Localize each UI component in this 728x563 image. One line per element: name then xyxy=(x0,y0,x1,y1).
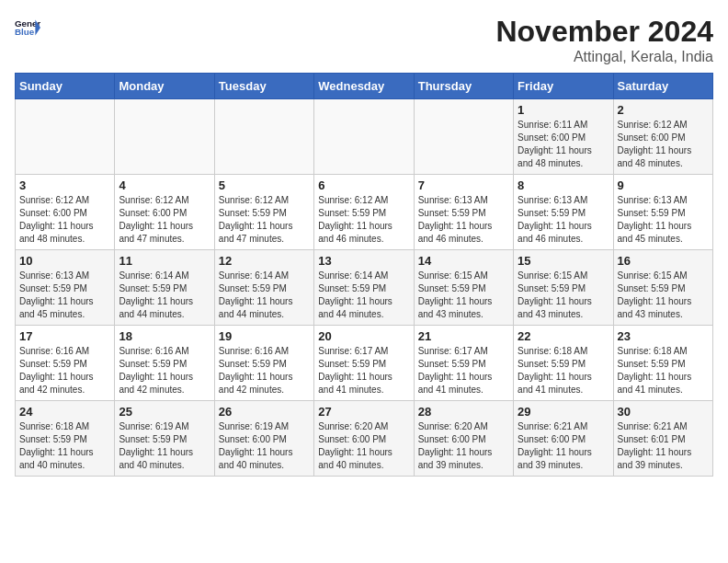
day-info: Sunrise: 6:12 AM Sunset: 6:00 PM Dayligh… xyxy=(19,194,110,246)
calendar-cell xyxy=(16,99,115,175)
day-info: Sunrise: 6:12 AM Sunset: 5:59 PM Dayligh… xyxy=(219,194,310,246)
day-number: 7 xyxy=(418,178,509,192)
calendar-cell: 2Sunrise: 6:12 AM Sunset: 6:00 PM Daylig… xyxy=(613,99,712,175)
day-number: 23 xyxy=(618,329,709,343)
calendar-cell: 27Sunrise: 6:20 AM Sunset: 6:00 PM Dayli… xyxy=(314,401,414,477)
calendar-cell: 12Sunrise: 6:14 AM Sunset: 5:59 PM Dayli… xyxy=(214,250,313,326)
day-number: 29 xyxy=(518,405,609,419)
calendar-week-row: 24Sunrise: 6:18 AM Sunset: 5:59 PM Dayli… xyxy=(16,401,713,477)
day-info: Sunrise: 6:13 AM Sunset: 5:59 PM Dayligh… xyxy=(618,194,709,246)
day-number: 24 xyxy=(19,405,110,419)
calendar-cell: 20Sunrise: 6:17 AM Sunset: 5:59 PM Dayli… xyxy=(314,326,414,401)
calendar-cell xyxy=(414,99,513,175)
day-number: 25 xyxy=(119,405,210,419)
logo: General Blue xyxy=(15,15,40,40)
weekday-header: Friday xyxy=(514,74,613,99)
day-info: Sunrise: 6:21 AM Sunset: 6:01 PM Dayligh… xyxy=(618,420,709,472)
day-info: Sunrise: 6:15 AM Sunset: 5:59 PM Dayligh… xyxy=(418,270,509,321)
day-number: 27 xyxy=(318,405,409,419)
svg-text:Blue: Blue xyxy=(15,27,35,37)
day-number: 28 xyxy=(418,405,509,419)
calendar-cell: 3Sunrise: 6:12 AM Sunset: 6:00 PM Daylig… xyxy=(16,175,115,250)
day-info: Sunrise: 6:17 AM Sunset: 5:59 PM Dayligh… xyxy=(418,345,509,396)
calendar-cell: 7Sunrise: 6:13 AM Sunset: 5:59 PM Daylig… xyxy=(414,175,513,250)
day-info: Sunrise: 6:12 AM Sunset: 6:00 PM Dayligh… xyxy=(119,194,210,246)
calendar-cell: 13Sunrise: 6:14 AM Sunset: 5:59 PM Dayli… xyxy=(314,250,414,326)
day-info: Sunrise: 6:16 AM Sunset: 5:59 PM Dayligh… xyxy=(219,345,310,396)
day-number: 21 xyxy=(418,329,509,343)
day-info: Sunrise: 6:19 AM Sunset: 6:00 PM Dayligh… xyxy=(219,420,310,472)
day-number: 19 xyxy=(219,329,310,343)
day-info: Sunrise: 6:20 AM Sunset: 6:00 PM Dayligh… xyxy=(318,420,409,472)
day-number: 8 xyxy=(518,178,609,192)
calendar-cell: 15Sunrise: 6:15 AM Sunset: 5:59 PM Dayli… xyxy=(514,250,613,326)
day-info: Sunrise: 6:11 AM Sunset: 6:00 PM Dayligh… xyxy=(518,119,609,170)
calendar-cell: 1Sunrise: 6:11 AM Sunset: 6:00 PM Daylig… xyxy=(514,99,613,175)
day-number: 10 xyxy=(19,254,110,268)
weekday-header: Sunday xyxy=(16,74,115,99)
calendar-cell: 10Sunrise: 6:13 AM Sunset: 5:59 PM Dayli… xyxy=(16,250,115,326)
calendar-week-row: 3Sunrise: 6:12 AM Sunset: 6:00 PM Daylig… xyxy=(16,175,713,250)
calendar-cell: 22Sunrise: 6:18 AM Sunset: 5:59 PM Dayli… xyxy=(514,326,613,401)
day-info: Sunrise: 6:16 AM Sunset: 5:59 PM Dayligh… xyxy=(119,345,210,396)
day-number: 20 xyxy=(318,329,409,343)
day-info: Sunrise: 6:20 AM Sunset: 6:00 PM Dayligh… xyxy=(418,420,509,472)
day-number: 11 xyxy=(119,254,210,268)
calendar-cell: 18Sunrise: 6:16 AM Sunset: 5:59 PM Dayli… xyxy=(115,326,214,401)
day-number: 17 xyxy=(19,329,110,343)
weekday-header: Thursday xyxy=(414,74,513,99)
weekday-header: Saturday xyxy=(613,74,712,99)
day-number: 18 xyxy=(119,329,210,343)
day-number: 6 xyxy=(318,178,409,192)
calendar-cell: 5Sunrise: 6:12 AM Sunset: 5:59 PM Daylig… xyxy=(214,175,313,250)
calendar-cell: 28Sunrise: 6:20 AM Sunset: 6:00 PM Dayli… xyxy=(414,401,513,477)
day-number: 16 xyxy=(618,254,709,268)
day-info: Sunrise: 6:18 AM Sunset: 5:59 PM Dayligh… xyxy=(518,345,609,396)
calendar-week-row: 1Sunrise: 6:11 AM Sunset: 6:00 PM Daylig… xyxy=(16,99,713,175)
calendar-cell: 4Sunrise: 6:12 AM Sunset: 6:00 PM Daylig… xyxy=(115,175,214,250)
day-number: 4 xyxy=(119,178,210,192)
calendar-cell: 21Sunrise: 6:17 AM Sunset: 5:59 PM Dayli… xyxy=(414,326,513,401)
day-number: 12 xyxy=(219,254,310,268)
day-info: Sunrise: 6:14 AM Sunset: 5:59 PM Dayligh… xyxy=(219,270,310,321)
day-info: Sunrise: 6:14 AM Sunset: 5:59 PM Dayligh… xyxy=(119,270,210,321)
weekday-header-row: SundayMondayTuesdayWednesdayThursdayFrid… xyxy=(16,74,713,99)
calendar-week-row: 17Sunrise: 6:16 AM Sunset: 5:59 PM Dayli… xyxy=(16,326,713,401)
page-header: General Blue November 2024 Attingal, Ker… xyxy=(15,15,713,65)
day-info: Sunrise: 6:15 AM Sunset: 5:59 PM Dayligh… xyxy=(518,270,609,321)
day-number: 9 xyxy=(618,178,709,192)
calendar-cell xyxy=(314,99,414,175)
weekday-header: Wednesday xyxy=(314,74,414,99)
day-info: Sunrise: 6:13 AM Sunset: 5:59 PM Dayligh… xyxy=(19,270,110,321)
calendar-cell: 30Sunrise: 6:21 AM Sunset: 6:01 PM Dayli… xyxy=(613,401,712,477)
day-number: 1 xyxy=(518,103,609,117)
day-number: 26 xyxy=(219,405,310,419)
day-number: 14 xyxy=(418,254,509,268)
day-info: Sunrise: 6:12 AM Sunset: 6:00 PM Dayligh… xyxy=(618,119,709,170)
weekday-header: Tuesday xyxy=(214,74,313,99)
day-info: Sunrise: 6:18 AM Sunset: 5:59 PM Dayligh… xyxy=(618,345,709,396)
calendar-cell: 9Sunrise: 6:13 AM Sunset: 5:59 PM Daylig… xyxy=(613,175,712,250)
day-info: Sunrise: 6:13 AM Sunset: 5:59 PM Dayligh… xyxy=(418,194,509,246)
calendar-cell xyxy=(214,99,313,175)
day-info: Sunrise: 6:17 AM Sunset: 5:59 PM Dayligh… xyxy=(318,345,409,396)
page-subtitle: Attingal, Kerala, India xyxy=(495,49,713,65)
day-info: Sunrise: 6:15 AM Sunset: 5:59 PM Dayligh… xyxy=(618,270,709,321)
day-info: Sunrise: 6:14 AM Sunset: 5:59 PM Dayligh… xyxy=(318,270,409,321)
day-number: 22 xyxy=(518,329,609,343)
calendar-cell: 23Sunrise: 6:18 AM Sunset: 5:59 PM Dayli… xyxy=(613,326,712,401)
day-number: 3 xyxy=(19,178,110,192)
calendar-cell: 19Sunrise: 6:16 AM Sunset: 5:59 PM Dayli… xyxy=(214,326,313,401)
day-number: 2 xyxy=(618,103,709,117)
calendar-cell: 17Sunrise: 6:16 AM Sunset: 5:59 PM Dayli… xyxy=(16,326,115,401)
calendar-cell: 26Sunrise: 6:19 AM Sunset: 6:00 PM Dayli… xyxy=(214,401,313,477)
calendar-cell: 8Sunrise: 6:13 AM Sunset: 5:59 PM Daylig… xyxy=(514,175,613,250)
calendar-cell: 25Sunrise: 6:19 AM Sunset: 5:59 PM Dayli… xyxy=(115,401,214,477)
calendar-cell: 11Sunrise: 6:14 AM Sunset: 5:59 PM Dayli… xyxy=(115,250,214,326)
calendar-cell: 29Sunrise: 6:21 AM Sunset: 6:00 PM Dayli… xyxy=(514,401,613,477)
day-info: Sunrise: 6:16 AM Sunset: 5:59 PM Dayligh… xyxy=(19,345,110,396)
calendar-table: SundayMondayTuesdayWednesdayThursdayFrid… xyxy=(15,73,713,477)
day-number: 30 xyxy=(618,405,709,419)
weekday-header: Monday xyxy=(115,74,214,99)
calendar-cell xyxy=(115,99,214,175)
